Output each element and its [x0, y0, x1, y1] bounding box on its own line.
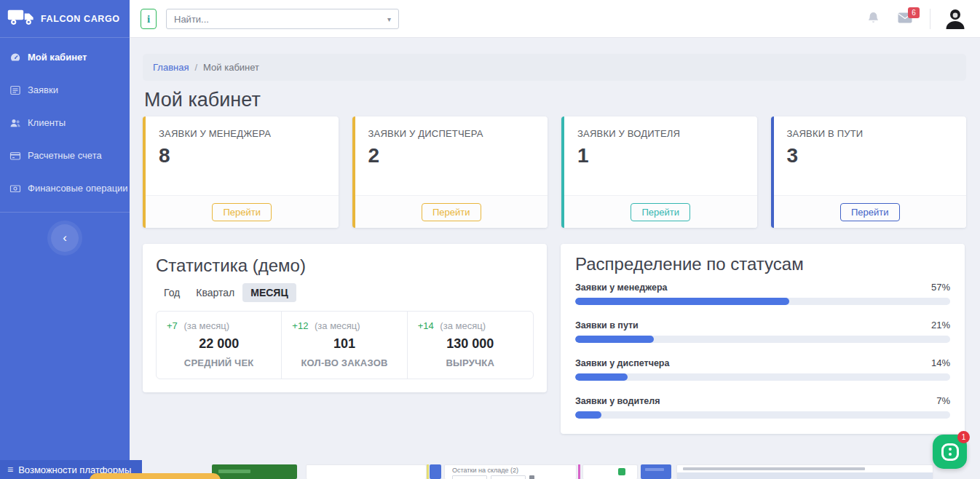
distribution-row-in-transit: Заявки в пути 21%: [575, 320, 950, 343]
stat-card-manager: ЗАЯВКИ У МЕНЕДЖЕРА 8 Перейти: [143, 116, 339, 228]
progress-bar-fill: [575, 373, 628, 381]
go-button[interactable]: Перейти: [840, 203, 900, 221]
stat-card-label: ЗАЯВКИ У ДИСПЕТЧЕРА: [368, 128, 535, 139]
metric-period: (за месяц): [440, 320, 486, 331]
sidebar-item-my-cabinet[interactable]: Мой кабинет: [0, 41, 130, 74]
messages-badge: 6: [908, 7, 920, 18]
stat-card-value: 2: [368, 144, 535, 167]
statistics-tabs: Год Квартал МЕСЯЦ: [156, 283, 296, 302]
metric-label: КОЛ-ВО ЗАКАЗОВ: [292, 357, 396, 368]
sidebar-item-label: Мой кабинет: [28, 52, 87, 63]
dashboard-icon: [9, 52, 21, 63]
chat-dot: [949, 453, 952, 456]
distribution-row-driver: Заявки у водителя 7%: [575, 395, 950, 419]
tab-month[interactable]: МЕСЯЦ: [242, 283, 296, 302]
brand-name: FALCON CARGO: [41, 14, 120, 24]
notifications-button[interactable]: [866, 11, 880, 28]
stat-card-in-transit: ЗАЯВКИ В ПУТИ 3 Перейти: [771, 116, 967, 228]
thumbnail-text-bar: [645, 468, 664, 471]
tab-quarter[interactable]: Квартал: [188, 283, 242, 302]
accent-line-yellow: [427, 464, 429, 479]
stat-card-label: ЗАЯВКИ У МЕНЕДЖЕРА: [159, 128, 325, 139]
search-input[interactable]: Найти... ▾: [166, 9, 399, 29]
metric-order-count: +12 (за месяц) 101 КОЛ-ВО ЗАКАЗОВ: [282, 312, 407, 379]
topbar-actions: 6: [866, 0, 967, 38]
statistics-panel: Статистика (демо) Год Квартал МЕСЯЦ +7 (…: [143, 244, 547, 392]
messages-button[interactable]: 6: [898, 12, 912, 25]
brand-logo[interactable]: FALCON CARGO: [0, 0, 130, 38]
info-button[interactable]: i: [141, 9, 157, 29]
sidebar-item-clients[interactable]: Клиенты: [0, 106, 130, 139]
warehouse-thumbnail-title: Остатки на складе (2): [445, 465, 576, 474]
clients-icon: [9, 117, 21, 129]
main-content: Главная / Мой кабинет Мой кабинет ЗАЯВКИ…: [130, 38, 980, 479]
metric-period: (за месяц): [183, 320, 229, 331]
sidebar-collapse-button[interactable]: ‹: [51, 224, 79, 252]
distribution-percent: 7%: [936, 395, 950, 406]
tab-year[interactable]: Год: [156, 283, 188, 302]
breadcrumb-separator: /: [194, 62, 197, 73]
go-button[interactable]: Перейти: [631, 203, 690, 221]
stat-cards-row: ЗАЯВКИ У МЕНЕДЖЕРА 8 Перейти ЗАЯВКИ У ДИ…: [143, 116, 966, 228]
metrics-box: +7 (за месяц) 22 000 СРЕДНИЙ ЧЕК +12 (за…: [156, 311, 534, 379]
preview-thumbnail-green[interactable]: [212, 464, 297, 479]
distribution-panel: Распределение по статусам Заявки у менед…: [561, 244, 965, 434]
mini-input: [491, 475, 526, 479]
preview-thumbnail-sidebar[interactable]: [641, 464, 671, 479]
preview-thumbnail-table[interactable]: [676, 464, 933, 479]
user-avatar[interactable]: [944, 7, 967, 31]
sidebar-item-label: Клиенты: [28, 117, 66, 128]
sidebar-item-finance[interactable]: Финансовые операции: [0, 172, 130, 205]
warehouse-thumbnail-inputs: [445, 474, 576, 479]
stat-card-footer: Перейти: [146, 195, 339, 228]
chat-badge: 1: [957, 431, 970, 443]
distribution-label: Заявки у менеджера: [575, 282, 667, 293]
feature-tooltip-edge: [90, 473, 221, 479]
distribution-row-manager: Заявки у менеджера 57%: [575, 282, 950, 305]
preview-thumbnail-warehouse[interactable]: Остатки на складе (2): [444, 464, 577, 479]
stat-card-dispatcher: ЗАЯВКИ У ДИСПЕТЧЕРА 2 Перейти: [352, 116, 548, 228]
sidebar-divider: [0, 212, 130, 213]
go-button[interactable]: Перейти: [212, 203, 272, 221]
thumbnail-text-bar: [218, 470, 250, 473]
sidebar-item-label: Заявки: [28, 84, 58, 95]
page-title: Мой кабинет: [144, 89, 261, 111]
metric-delta: +14: [418, 320, 434, 331]
breadcrumb-home-link[interactable]: Главная: [153, 62, 189, 73]
progress-bar-track: [575, 373, 950, 381]
stat-card-body: ЗАЯВКИ В ПУТИ 3: [774, 116, 967, 195]
progress-bar-fill: [575, 298, 789, 305]
metric-revenue: +14 (за месяц) 130 000 ВЫРУЧКА: [408, 312, 533, 379]
finance-icon: [9, 183, 21, 194]
distribution-percent: 21%: [931, 320, 950, 330]
stat-card-body: ЗАЯВКИ У ВОДИТЕЛЯ 1: [564, 116, 757, 195]
preview-thumbnail-card[interactable]: [306, 464, 427, 479]
metric-delta-row: +7 (за месяц): [167, 320, 271, 331]
sidebar-item-requests[interactable]: Заявки: [0, 74, 130, 106]
mini-input: [452, 475, 487, 479]
topbar: i Найти... ▾ 6: [130, 0, 980, 38]
metric-value: 22 000: [167, 336, 271, 352]
go-button[interactable]: Перейти: [422, 203, 481, 221]
sidebar-nav: Мой кабинет Заявки Клиенты Ра: [0, 38, 130, 205]
search-placeholder: Найти...: [174, 14, 387, 25]
topbar-divider: [930, 9, 930, 29]
preview-thumbnail-blue-small[interactable]: [430, 464, 441, 479]
stat-card-value: 3: [787, 144, 954, 167]
sidebar-item-label: Расчетные счета: [28, 150, 102, 161]
metric-delta-row: +12 (за месяц): [292, 320, 396, 331]
sidebar-item-accounts[interactable]: Расчетные счета: [0, 139, 130, 172]
accounts-icon: [9, 150, 21, 162]
chevron-left-icon: ‹: [63, 231, 67, 245]
metric-period: (за месяц): [315, 320, 360, 331]
mini-text-bar: [683, 467, 865, 470]
chat-widget-button[interactable]: 1: [933, 435, 967, 469]
hamburger-icon: ≡: [7, 464, 13, 475]
metric-label: СРЕДНИЙ ЧЕК: [167, 357, 271, 368]
metric-label: ВЫРУЧКА: [418, 357, 523, 368]
breadcrumb: Главная / Мой кабинет: [143, 54, 966, 81]
mini-green-icon: [618, 468, 625, 475]
stat-card-value: 1: [577, 144, 744, 167]
preview-thumbnail-card2[interactable]: [582, 464, 638, 479]
info-icon: i: [147, 13, 150, 25]
